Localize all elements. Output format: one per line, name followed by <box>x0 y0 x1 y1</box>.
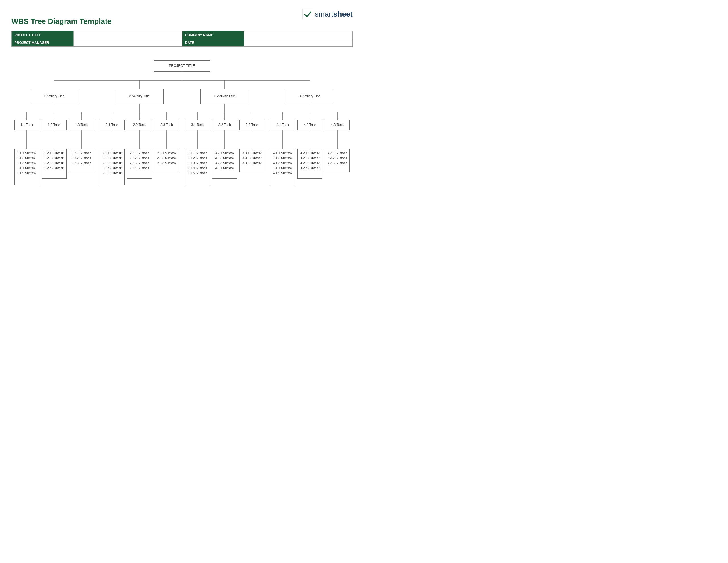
logo-text: smartsheet <box>315 10 353 18</box>
subtask-label: 2.3.1 Subtask <box>157 151 176 155</box>
logo-sheet: sheet <box>333 10 353 18</box>
subtask-label: 3.2.2 Subtask <box>215 156 234 160</box>
subtask-box-2-2: 2.2.1 Subtask2.2.2 Subtask2.2.3 Subtask2… <box>127 148 152 179</box>
subtask-label: 2.3.3 Subtask <box>157 161 176 165</box>
logo-smart: smart <box>315 10 333 18</box>
subtask-label: 4.3.2 Subtask <box>328 156 347 160</box>
subtask-label: 4.3.3 Subtask <box>328 161 347 165</box>
page-title: WBS Tree Diagram Template <box>11 17 111 26</box>
subtask-label: 1.2.1 Subtask <box>44 151 63 155</box>
task-box-1-3: 1.3 Task <box>69 120 94 130</box>
subtask-label: 3.1.2 Subtask <box>188 156 207 160</box>
subtask-box-2-3: 2.3.1 Subtask2.3.2 Subtask2.3.3 Subtask <box>154 148 179 172</box>
root-box: PROJECT TITLE <box>154 60 210 72</box>
subtask-label: 1.1.5 Subtask <box>17 171 36 175</box>
company-name-label: COMPANY NAME <box>182 31 244 39</box>
subtask-label: 1.1.3 Subtask <box>17 161 36 165</box>
tree-diagram: PROJECT TITLE1 Activity Title1.1 Task1.1… <box>11 55 353 193</box>
company-name-value <box>244 31 353 39</box>
subtask-box-4-3: 4.3.1 Subtask4.3.2 Subtask4.3.3 Subtask <box>325 148 350 172</box>
subtask-box-4-1: 4.1.1 Subtask4.1.2 Subtask4.1.3 Subtask4… <box>270 148 295 185</box>
subtask-label: 2.2.4 Subtask <box>130 166 149 170</box>
subtask-label: 3.3.2 Subtask <box>242 156 261 160</box>
task-box-4-3: 4.3 Task <box>325 120 350 130</box>
header: WBS Tree Diagram Template smartsheet <box>11 9 353 26</box>
date-label: DATE <box>182 39 244 47</box>
subtask-box-3-2: 3.2.1 Subtask3.2.2 Subtask3.2.3 Subtask3… <box>212 148 237 179</box>
subtask-label: 3.2.1 Subtask <box>215 151 234 155</box>
subtask-box-1-2: 1.2.1 Subtask1.2.2 Subtask1.2.3 Subtask1… <box>42 148 67 179</box>
task-box-3-2: 3.2 Task <box>212 120 237 130</box>
task-box-1-1: 1.1 Task <box>14 120 39 130</box>
subtask-label: 2.2.3 Subtask <box>130 161 149 165</box>
subtask-label: 4.2.1 Subtask <box>300 151 319 155</box>
subtask-label: 2.1.3 Subtask <box>102 161 121 165</box>
subtask-label: 4.2.3 Subtask <box>300 161 319 165</box>
task-box-3-1: 3.1 Task <box>185 120 210 130</box>
subtask-label: 3.1.5 Subtask <box>188 171 207 175</box>
subtask-label: 4.3.1 Subtask <box>328 151 347 155</box>
subtask-label: 4.2.2 Subtask <box>300 156 319 160</box>
subtask-label: 1.3.3 Subtask <box>72 161 91 165</box>
subtask-label: 3.1.4 Subtask <box>188 166 207 170</box>
subtask-label: 2.1.2 Subtask <box>102 156 121 160</box>
subtask-label: 3.2.3 Subtask <box>215 161 234 165</box>
task-box-4-2: 4.2 Task <box>297 120 322 130</box>
activity-box-4: 4 Activity Title <box>286 89 334 104</box>
subtask-label: 1.3.1 Subtask <box>72 151 91 155</box>
subtask-box-1-1: 1.1.1 Subtask1.1.2 Subtask1.1.3 Subtask1… <box>14 148 39 185</box>
subtask-label: 1.2.4 Subtask <box>44 166 63 170</box>
info-table: PROJECT TITLE COMPANY NAME PROJECT MANAG… <box>11 31 353 47</box>
subtask-label: 4.1.4 Subtask <box>273 166 292 170</box>
subtask-box-3-3: 3.3.1 Subtask3.3.2 Subtask3.3.3 Subtask <box>239 148 264 172</box>
subtask-label: 2.3.2 Subtask <box>157 156 176 160</box>
subtask-box-1-3: 1.3.1 Subtask1.3.2 Subtask1.3.3 Subtask <box>69 148 94 172</box>
date-value <box>244 39 353 47</box>
subtask-label: 3.2.4 Subtask <box>215 166 234 170</box>
logo: smartsheet <box>302 9 353 19</box>
subtask-label: 2.2.1 Subtask <box>130 151 149 155</box>
subtask-box-2-1: 2.1.1 Subtask2.1.2 Subtask2.1.3 Subtask2… <box>100 148 125 185</box>
task-box-2-1: 2.1 Task <box>100 120 125 130</box>
subtask-box-3-1: 3.1.1 Subtask3.1.2 Subtask3.1.3 Subtask3… <box>185 148 210 185</box>
activity-box-2: 2 Activity Title <box>115 89 164 104</box>
wbs-container: PROJECT TITLE1 Activity Title1.1 Task1.1… <box>11 55 353 193</box>
subtask-label: 1.1.1 Subtask <box>17 151 36 155</box>
project-manager-label: PROJECT MANAGER <box>12 39 74 47</box>
subtask-label: 4.1.3 Subtask <box>273 161 292 165</box>
subtask-label: 1.2.3 Subtask <box>44 161 63 165</box>
project-manager-value <box>74 39 182 47</box>
project-title-label: PROJECT TITLE <box>12 31 74 39</box>
subtask-label: 1.1.4 Subtask <box>17 166 36 170</box>
subtask-label: 4.1.1 Subtask <box>273 151 292 155</box>
subtask-label: 3.3.1 Subtask <box>242 151 261 155</box>
subtask-label: 2.2.2 Subtask <box>130 156 149 160</box>
subtask-label: 1.3.2 Subtask <box>72 156 91 160</box>
subtask-label: 4.1.2 Subtask <box>273 156 292 160</box>
subtask-box-4-2: 4.2.1 Subtask4.2.2 Subtask4.2.3 Subtask4… <box>297 148 322 179</box>
subtask-label: 1.2.2 Subtask <box>44 156 63 160</box>
task-box-1-2: 1.2 Task <box>42 120 67 130</box>
project-title-value <box>74 31 182 39</box>
subtask-label: 2.1.4 Subtask <box>102 166 121 170</box>
logo-icon <box>302 9 313 19</box>
activity-box-1: 1 Activity Title <box>30 89 78 104</box>
subtask-label: 4.1.5 Subtask <box>273 171 292 175</box>
task-box-4-1: 4.1 Task <box>270 120 295 130</box>
task-box-2-2: 2.2 Task <box>127 120 152 130</box>
task-box-3-3: 3.3 Task <box>239 120 264 130</box>
activity-box-3: 3 Activity Title <box>200 89 249 104</box>
subtask-label: 3.3.3 Subtask <box>242 161 261 165</box>
subtask-label: 3.1.3 Subtask <box>188 161 207 165</box>
subtask-label: 2.1.5 Subtask <box>102 171 121 175</box>
task-box-2-3: 2.3 Task <box>154 120 179 130</box>
subtask-label: 4.2.4 Subtask <box>300 166 319 170</box>
subtask-label: 1.1.2 Subtask <box>17 156 36 160</box>
subtask-label: 3.1.1 Subtask <box>188 151 207 155</box>
subtask-label: 2.1.1 Subtask <box>102 151 121 155</box>
